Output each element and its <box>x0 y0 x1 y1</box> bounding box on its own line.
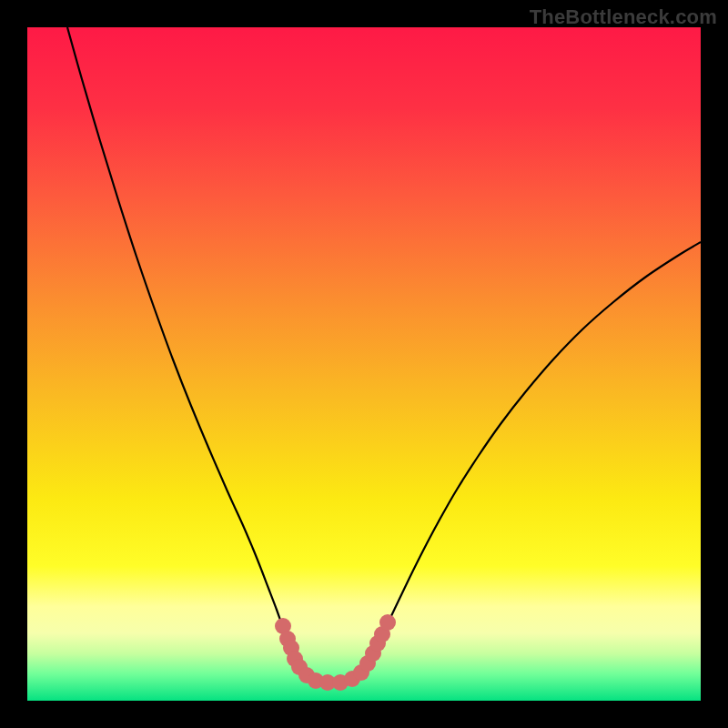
plot-area <box>27 27 701 701</box>
chart-frame: TheBottleneck.com <box>0 0 728 728</box>
curve-marker <box>379 614 396 631</box>
chart-svg <box>27 27 701 701</box>
watermark-text: TheBottleneck.com <box>530 5 717 29</box>
gradient-background <box>27 27 701 701</box>
